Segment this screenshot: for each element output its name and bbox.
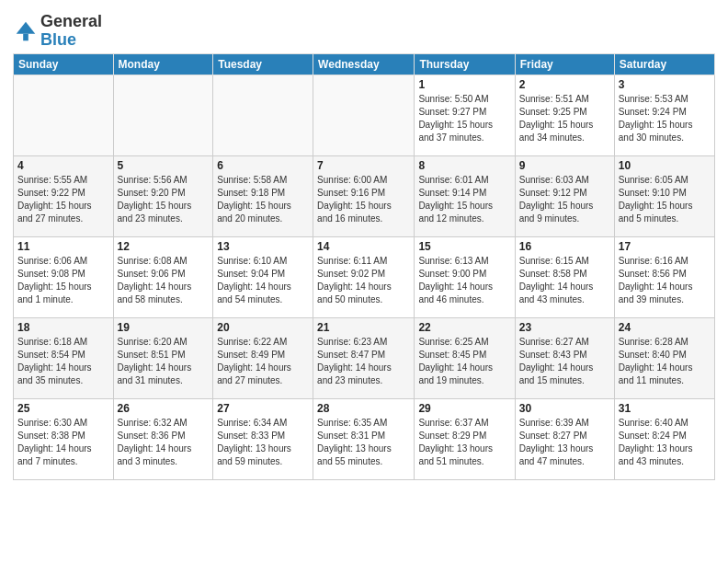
page-container: General Blue SundayMondayTuesdayWednesda… (0, 0, 728, 486)
calendar-cell (313, 75, 415, 155)
day-info: Sunrise: 6:03 AM Sunset: 9:12 PM Dayligh… (519, 174, 610, 225)
day-info: Sunrise: 6:22 AM Sunset: 8:49 PM Dayligh… (217, 336, 309, 387)
logo-icon (13, 18, 39, 44)
day-number: 1 (418, 78, 510, 91)
calendar-cell: 13Sunrise: 6:10 AM Sunset: 9:04 PM Dayli… (213, 236, 313, 317)
day-number: 22 (418, 321, 510, 334)
day-number: 8 (418, 159, 510, 172)
day-info: Sunrise: 6:20 AM Sunset: 8:51 PM Dayligh… (118, 336, 210, 387)
calendar-cell: 16Sunrise: 6:15 AM Sunset: 8:58 PM Dayli… (515, 236, 614, 317)
day-number: 6 (217, 159, 309, 172)
day-info: Sunrise: 5:55 AM Sunset: 9:22 PM Dayligh… (17, 174, 109, 225)
calendar-cell: 2Sunrise: 5:51 AM Sunset: 9:25 PM Daylig… (515, 75, 614, 155)
day-info: Sunrise: 6:08 AM Sunset: 9:06 PM Dayligh… (118, 255, 210, 306)
day-number: 19 (118, 321, 210, 334)
day-number: 26 (118, 402, 210, 415)
calendar-cell: 24Sunrise: 6:28 AM Sunset: 8:40 PM Dayli… (614, 317, 714, 398)
calendar-cell: 20Sunrise: 6:22 AM Sunset: 8:49 PM Dayli… (213, 317, 313, 398)
day-info: Sunrise: 6:35 AM Sunset: 8:31 PM Dayligh… (317, 417, 410, 468)
day-info: Sunrise: 6:15 AM Sunset: 8:58 PM Dayligh… (519, 255, 610, 306)
day-info: Sunrise: 5:58 AM Sunset: 9:18 PM Dayligh… (217, 174, 309, 225)
calendar-cell: 6Sunrise: 5:58 AM Sunset: 9:18 PM Daylig… (213, 155, 313, 236)
day-number: 23 (519, 321, 610, 334)
weekday-header-monday: Monday (113, 53, 213, 75)
week-row-5: 25Sunrise: 6:30 AM Sunset: 8:38 PM Dayli… (14, 398, 715, 479)
day-number: 20 (217, 321, 309, 334)
day-number: 31 (619, 402, 711, 415)
calendar-cell: 18Sunrise: 6:18 AM Sunset: 8:54 PM Dayli… (14, 317, 114, 398)
day-number: 15 (418, 240, 510, 253)
weekday-header-row: SundayMondayTuesdayWednesdayThursdayFrid… (14, 53, 715, 75)
calendar-cell (14, 75, 114, 155)
day-number: 9 (519, 159, 610, 172)
week-row-3: 11Sunrise: 6:06 AM Sunset: 9:08 PM Dayli… (14, 236, 715, 317)
week-row-1: 1Sunrise: 5:50 AM Sunset: 9:27 PM Daylig… (14, 75, 715, 155)
calendar-cell: 25Sunrise: 6:30 AM Sunset: 8:38 PM Dayli… (14, 398, 114, 479)
calendar-cell: 19Sunrise: 6:20 AM Sunset: 8:51 PM Dayli… (113, 317, 213, 398)
day-number: 16 (519, 240, 610, 253)
logo-text: General Blue (40, 13, 102, 50)
day-info: Sunrise: 6:25 AM Sunset: 8:45 PM Dayligh… (418, 336, 510, 387)
calendar-table: SundayMondayTuesdayWednesdayThursdayFrid… (13, 53, 715, 480)
day-info: Sunrise: 6:37 AM Sunset: 8:29 PM Dayligh… (418, 417, 510, 468)
day-info: Sunrise: 6:05 AM Sunset: 9:10 PM Dayligh… (619, 174, 711, 225)
calendar-cell: 31Sunrise: 6:40 AM Sunset: 8:24 PM Dayli… (614, 398, 714, 479)
day-number: 17 (619, 240, 711, 253)
calendar-cell: 23Sunrise: 6:27 AM Sunset: 8:43 PM Dayli… (515, 317, 614, 398)
day-info: Sunrise: 6:10 AM Sunset: 9:04 PM Dayligh… (217, 255, 309, 306)
calendar-cell: 8Sunrise: 6:01 AM Sunset: 9:14 PM Daylig… (415, 155, 515, 236)
calendar-cell: 29Sunrise: 6:37 AM Sunset: 8:29 PM Dayli… (415, 398, 515, 479)
day-info: Sunrise: 6:06 AM Sunset: 9:08 PM Dayligh… (17, 255, 109, 306)
calendar-cell: 26Sunrise: 6:32 AM Sunset: 8:36 PM Dayli… (113, 398, 213, 479)
calendar-cell: 12Sunrise: 6:08 AM Sunset: 9:06 PM Dayli… (113, 236, 213, 317)
day-number: 11 (17, 240, 109, 253)
calendar-cell: 3Sunrise: 5:53 AM Sunset: 9:24 PM Daylig… (614, 75, 714, 155)
day-info: Sunrise: 6:00 AM Sunset: 9:16 PM Dayligh… (317, 174, 410, 225)
calendar-cell: 11Sunrise: 6:06 AM Sunset: 9:08 PM Dayli… (14, 236, 114, 317)
day-number: 29 (418, 402, 510, 415)
calendar-cell: 22Sunrise: 6:25 AM Sunset: 8:45 PM Dayli… (415, 317, 515, 398)
day-info: Sunrise: 6:13 AM Sunset: 9:00 PM Dayligh… (418, 255, 510, 306)
day-info: Sunrise: 6:27 AM Sunset: 8:43 PM Dayligh… (519, 336, 610, 387)
day-info: Sunrise: 6:40 AM Sunset: 8:24 PM Dayligh… (619, 417, 711, 468)
day-number: 3 (619, 78, 711, 91)
calendar-cell: 28Sunrise: 6:35 AM Sunset: 8:31 PM Dayli… (313, 398, 415, 479)
svg-rect-2 (23, 34, 28, 40)
day-info: Sunrise: 6:23 AM Sunset: 8:47 PM Dayligh… (317, 336, 410, 387)
calendar-cell: 17Sunrise: 6:16 AM Sunset: 8:56 PM Dayli… (614, 236, 714, 317)
calendar-cell: 14Sunrise: 6:11 AM Sunset: 9:02 PM Dayli… (313, 236, 415, 317)
weekday-header-wednesday: Wednesday (313, 53, 415, 75)
calendar-cell: 30Sunrise: 6:39 AM Sunset: 8:27 PM Dayli… (515, 398, 614, 479)
day-number: 5 (118, 159, 210, 172)
day-number: 13 (217, 240, 309, 253)
day-info: Sunrise: 5:50 AM Sunset: 9:27 PM Dayligh… (418, 93, 510, 144)
day-info: Sunrise: 6:16 AM Sunset: 8:56 PM Dayligh… (619, 255, 711, 306)
weekday-header-tuesday: Tuesday (213, 53, 313, 75)
day-info: Sunrise: 6:18 AM Sunset: 8:54 PM Dayligh… (17, 336, 109, 387)
day-info: Sunrise: 5:56 AM Sunset: 9:20 PM Dayligh… (118, 174, 210, 225)
day-number: 4 (17, 159, 109, 172)
calendar-cell: 21Sunrise: 6:23 AM Sunset: 8:47 PM Dayli… (313, 317, 415, 398)
day-number: 18 (17, 321, 109, 334)
day-number: 12 (118, 240, 210, 253)
calendar-cell: 15Sunrise: 6:13 AM Sunset: 9:00 PM Dayli… (415, 236, 515, 317)
day-number: 10 (619, 159, 711, 172)
day-number: 30 (519, 402, 610, 415)
day-number: 2 (519, 78, 610, 91)
calendar-cell: 4Sunrise: 5:55 AM Sunset: 9:22 PM Daylig… (14, 155, 114, 236)
weekday-header-sunday: Sunday (14, 53, 114, 75)
calendar-cell: 10Sunrise: 6:05 AM Sunset: 9:10 PM Dayli… (614, 155, 714, 236)
day-info: Sunrise: 5:51 AM Sunset: 9:25 PM Dayligh… (519, 93, 610, 144)
day-info: Sunrise: 6:32 AM Sunset: 8:36 PM Dayligh… (118, 417, 210, 468)
day-number: 28 (317, 402, 410, 415)
calendar-cell: 27Sunrise: 6:34 AM Sunset: 8:33 PM Dayli… (213, 398, 313, 479)
week-row-4: 18Sunrise: 6:18 AM Sunset: 8:54 PM Dayli… (14, 317, 715, 398)
weekday-header-friday: Friday (515, 53, 614, 75)
day-info: Sunrise: 6:34 AM Sunset: 8:33 PM Dayligh… (217, 417, 309, 468)
calendar-cell: 5Sunrise: 5:56 AM Sunset: 9:20 PM Daylig… (113, 155, 213, 236)
day-info: Sunrise: 6:39 AM Sunset: 8:27 PM Dayligh… (519, 417, 610, 468)
day-info: Sunrise: 6:28 AM Sunset: 8:40 PM Dayligh… (619, 336, 711, 387)
calendar-cell: 7Sunrise: 6:00 AM Sunset: 9:16 PM Daylig… (313, 155, 415, 236)
day-number: 14 (317, 240, 410, 253)
day-info: Sunrise: 5:53 AM Sunset: 9:24 PM Dayligh… (619, 93, 711, 144)
